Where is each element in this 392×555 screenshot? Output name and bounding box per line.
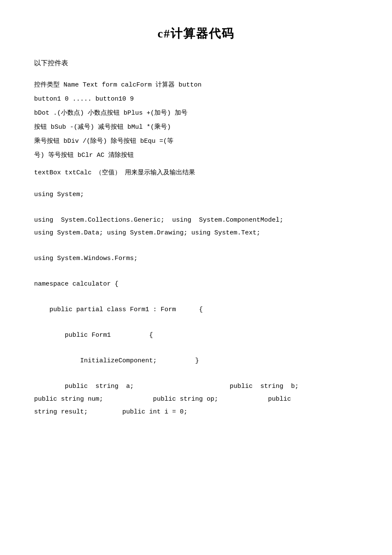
code-line (34, 342, 358, 355)
code-line (34, 201, 358, 214)
page-title: c#计算器代码 (34, 26, 358, 42)
table-row-4: 乘号按钮 bDiv /(除号) 除号按钮 bEqu =(等 (34, 134, 358, 148)
table-row-6: textBox txtCalc （空值） 用来显示输入及输出结果 (34, 166, 358, 180)
intro-text: 以下控件表 (34, 59, 358, 68)
code-line: InitializeComponent; } (34, 355, 358, 367)
code-line (34, 367, 358, 380)
table-row-2: bDot .(小数点) 小数点按钮 bPlus +(加号) 加号 (34, 106, 358, 120)
code-line: using System.Windows.Forms; (34, 252, 358, 265)
table-row-1: button1 0 ..... button10 9 (34, 92, 358, 106)
table-header-row: 控件类型 Name Text form calcForm 计算器 button (34, 78, 358, 92)
code-line (34, 316, 358, 329)
code-line (34, 240, 358, 252)
code-line: string result; public int i = 0; (34, 406, 358, 419)
code-block: using System; using System.Collections.G… (34, 188, 358, 419)
code-line: public string a; public string b; (34, 380, 358, 393)
code-line: using System.Data; using System.Drawing;… (34, 227, 358, 240)
table-row-3: 按钮 bSub -(减号) 减号按钮 bMul *(乘号) (34, 120, 358, 134)
code-line: using System; (34, 188, 358, 201)
code-line (34, 291, 358, 304)
code-line: using System.Collections.Generic; using … (34, 214, 358, 227)
code-line: public string num; public string op; pub… (34, 393, 358, 406)
code-line: public partial class Form1 : Form { (34, 304, 358, 316)
table-row-5: 号) 等号按钮 bClr AC 清除按钮 (34, 148, 358, 162)
code-line: namespace calculator { (34, 278, 358, 291)
code-line: public Form1 { (34, 329, 358, 342)
controls-table: 控件类型 Name Text form calcForm 计算器 button … (34, 78, 358, 180)
code-line (34, 265, 358, 278)
